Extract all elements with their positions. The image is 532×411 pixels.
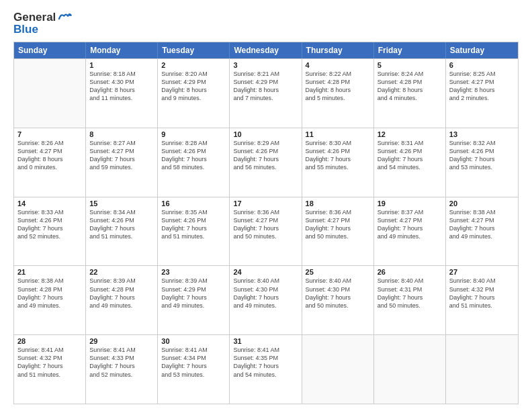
day-info: Sunrise: 8:37 AM Sunset: 4:27 PM Dayligh… bbox=[378, 208, 442, 241]
day-info: Sunrise: 8:28 AM Sunset: 4:26 PM Dayligh… bbox=[161, 139, 226, 172]
header-day-tuesday: Tuesday bbox=[158, 42, 230, 58]
day-number: 6 bbox=[449, 61, 515, 69]
day-number: 19 bbox=[378, 199, 442, 208]
day-number: 7 bbox=[17, 130, 82, 138]
calendar-row-5: 28Sunrise: 8:41 AM Sunset: 4:32 PM Dayli… bbox=[14, 334, 518, 404]
day-info: Sunrise: 8:39 AM Sunset: 4:29 PM Dayligh… bbox=[161, 277, 226, 310]
day-info: Sunrise: 8:41 AM Sunset: 4:35 PM Dayligh… bbox=[233, 346, 298, 379]
calendar-cell: 19Sunrise: 8:37 AM Sunset: 4:27 PM Dayli… bbox=[374, 197, 446, 266]
day-info: Sunrise: 8:30 AM Sunset: 4:26 PM Dayligh… bbox=[306, 139, 370, 172]
calendar: SundayMondayTuesdayWednesdayThursdayFrid… bbox=[13, 42, 519, 404]
calendar-cell: 6Sunrise: 8:25 AM Sunset: 4:27 PM Daylig… bbox=[446, 59, 518, 128]
calendar-cell: 3Sunrise: 8:21 AM Sunset: 4:29 PM Daylig… bbox=[230, 59, 302, 128]
day-info: Sunrise: 8:40 AM Sunset: 4:31 PM Dayligh… bbox=[378, 277, 442, 310]
calendar-cell: 13Sunrise: 8:32 AM Sunset: 4:26 PM Dayli… bbox=[446, 128, 518, 197]
day-info: Sunrise: 8:33 AM Sunset: 4:26 PM Dayligh… bbox=[17, 208, 82, 241]
calendar-cell bbox=[14, 59, 86, 128]
calendar-row-2: 7Sunrise: 8:26 AM Sunset: 4:27 PM Daylig… bbox=[14, 128, 518, 197]
calendar-cell bbox=[302, 335, 374, 404]
day-number: 16 bbox=[161, 199, 226, 208]
calendar-cell: 1Sunrise: 8:18 AM Sunset: 4:30 PM Daylig… bbox=[86, 59, 158, 128]
day-info: Sunrise: 8:41 AM Sunset: 4:32 PM Dayligh… bbox=[17, 346, 82, 379]
day-info: Sunrise: 8:40 AM Sunset: 4:30 PM Dayligh… bbox=[233, 277, 298, 310]
calendar-body: 1Sunrise: 8:18 AM Sunset: 4:30 PM Daylig… bbox=[14, 58, 518, 404]
calendar-cell: 4Sunrise: 8:22 AM Sunset: 4:28 PM Daylig… bbox=[302, 59, 374, 128]
day-info: Sunrise: 8:34 AM Sunset: 4:26 PM Dayligh… bbox=[89, 208, 154, 241]
day-number: 29 bbox=[89, 337, 154, 345]
header: General Blue bbox=[13, 11, 519, 36]
day-number: 10 bbox=[233, 130, 298, 138]
day-info: Sunrise: 8:38 AM Sunset: 4:27 PM Dayligh… bbox=[449, 208, 515, 241]
day-number: 13 bbox=[449, 130, 515, 138]
day-info: Sunrise: 8:29 AM Sunset: 4:26 PM Dayligh… bbox=[233, 139, 298, 172]
day-info: Sunrise: 8:31 AM Sunset: 4:26 PM Dayligh… bbox=[378, 139, 442, 172]
header-day-saturday: Saturday bbox=[446, 42, 518, 58]
day-number: 28 bbox=[17, 337, 82, 345]
page: General Blue SundayMondayTuesdayWednesda… bbox=[0, 0, 532, 411]
day-number: 14 bbox=[17, 199, 82, 208]
day-info: Sunrise: 8:20 AM Sunset: 4:29 PM Dayligh… bbox=[161, 70, 226, 103]
calendar-cell: 23Sunrise: 8:39 AM Sunset: 4:29 PM Dayli… bbox=[158, 266, 230, 334]
calendar-cell: 9Sunrise: 8:28 AM Sunset: 4:26 PM Daylig… bbox=[158, 128, 230, 197]
day-number: 15 bbox=[89, 199, 154, 208]
calendar-cell: 2Sunrise: 8:20 AM Sunset: 4:29 PM Daylig… bbox=[158, 59, 230, 128]
day-info: Sunrise: 8:41 AM Sunset: 4:33 PM Dayligh… bbox=[89, 346, 154, 379]
day-number: 8 bbox=[89, 130, 154, 138]
day-info: Sunrise: 8:22 AM Sunset: 4:28 PM Dayligh… bbox=[306, 70, 370, 103]
day-info: Sunrise: 8:32 AM Sunset: 4:26 PM Dayligh… bbox=[449, 139, 515, 172]
calendar-cell: 14Sunrise: 8:33 AM Sunset: 4:26 PM Dayli… bbox=[14, 197, 86, 266]
logo-wave-icon bbox=[57, 11, 72, 24]
day-info: Sunrise: 8:24 AM Sunset: 4:28 PM Dayligh… bbox=[378, 70, 442, 103]
day-info: Sunrise: 8:36 AM Sunset: 4:27 PM Dayligh… bbox=[306, 208, 370, 241]
header-day-monday: Monday bbox=[86, 42, 158, 58]
day-info: Sunrise: 8:40 AM Sunset: 4:30 PM Dayligh… bbox=[306, 277, 370, 310]
calendar-cell: 12Sunrise: 8:31 AM Sunset: 4:26 PM Dayli… bbox=[374, 128, 446, 197]
day-number: 2 bbox=[161, 61, 226, 69]
day-number: 9 bbox=[161, 130, 226, 138]
day-number: 11 bbox=[306, 130, 370, 138]
header-day-thursday: Thursday bbox=[302, 42, 374, 58]
calendar-cell: 24Sunrise: 8:40 AM Sunset: 4:30 PM Dayli… bbox=[230, 266, 302, 334]
day-number: 22 bbox=[89, 268, 154, 276]
header-day-friday: Friday bbox=[374, 42, 446, 58]
calendar-cell: 26Sunrise: 8:40 AM Sunset: 4:31 PM Dayli… bbox=[374, 266, 446, 334]
calendar-cell: 30Sunrise: 8:41 AM Sunset: 4:34 PM Dayli… bbox=[158, 335, 230, 404]
day-info: Sunrise: 8:41 AM Sunset: 4:34 PM Dayligh… bbox=[161, 346, 226, 379]
calendar-row-4: 21Sunrise: 8:38 AM Sunset: 4:28 PM Dayli… bbox=[14, 265, 518, 334]
day-info: Sunrise: 8:38 AM Sunset: 4:28 PM Dayligh… bbox=[17, 277, 82, 310]
header-day-sunday: Sunday bbox=[14, 42, 86, 58]
calendar-row-3: 14Sunrise: 8:33 AM Sunset: 4:26 PM Dayli… bbox=[14, 197, 518, 266]
day-info: Sunrise: 8:21 AM Sunset: 4:29 PM Dayligh… bbox=[233, 70, 298, 103]
day-number: 24 bbox=[233, 268, 298, 276]
calendar-cell: 5Sunrise: 8:24 AM Sunset: 4:28 PM Daylig… bbox=[374, 59, 446, 128]
header-day-wednesday: Wednesday bbox=[230, 42, 302, 58]
logo: General Blue bbox=[13, 11, 72, 36]
day-number: 3 bbox=[233, 61, 298, 69]
calendar-cell bbox=[446, 335, 518, 404]
calendar-row-1: 1Sunrise: 8:18 AM Sunset: 4:30 PM Daylig… bbox=[14, 58, 518, 128]
day-info: Sunrise: 8:25 AM Sunset: 4:27 PM Dayligh… bbox=[449, 70, 515, 103]
day-number: 18 bbox=[306, 199, 370, 208]
day-number: 4 bbox=[306, 61, 370, 69]
calendar-cell: 17Sunrise: 8:36 AM Sunset: 4:27 PM Dayli… bbox=[230, 197, 302, 266]
calendar-cell: 15Sunrise: 8:34 AM Sunset: 4:26 PM Dayli… bbox=[86, 197, 158, 266]
day-info: Sunrise: 8:18 AM Sunset: 4:30 PM Dayligh… bbox=[89, 70, 154, 103]
calendar-cell: 29Sunrise: 8:41 AM Sunset: 4:33 PM Dayli… bbox=[86, 335, 158, 404]
day-info: Sunrise: 8:26 AM Sunset: 4:27 PM Dayligh… bbox=[17, 139, 82, 172]
day-number: 21 bbox=[17, 268, 82, 276]
calendar-cell: 18Sunrise: 8:36 AM Sunset: 4:27 PM Dayli… bbox=[302, 197, 374, 266]
day-info: Sunrise: 8:39 AM Sunset: 4:28 PM Dayligh… bbox=[89, 277, 154, 310]
calendar-cell: 27Sunrise: 8:40 AM Sunset: 4:32 PM Dayli… bbox=[446, 266, 518, 334]
day-number: 26 bbox=[378, 268, 442, 276]
day-info: Sunrise: 8:35 AM Sunset: 4:26 PM Dayligh… bbox=[161, 208, 226, 241]
calendar-cell: 16Sunrise: 8:35 AM Sunset: 4:26 PM Dayli… bbox=[158, 197, 230, 266]
day-number: 30 bbox=[161, 337, 226, 345]
day-number: 23 bbox=[161, 268, 226, 276]
calendar-cell: 20Sunrise: 8:38 AM Sunset: 4:27 PM Dayli… bbox=[446, 197, 518, 266]
day-info: Sunrise: 8:36 AM Sunset: 4:27 PM Dayligh… bbox=[233, 208, 298, 241]
calendar-cell: 31Sunrise: 8:41 AM Sunset: 4:35 PM Dayli… bbox=[230, 335, 302, 404]
calendar-header-row: SundayMondayTuesdayWednesdayThursdayFrid… bbox=[14, 42, 518, 58]
day-number: 17 bbox=[233, 199, 298, 208]
calendar-cell: 22Sunrise: 8:39 AM Sunset: 4:28 PM Dayli… bbox=[86, 266, 158, 334]
calendar-cell: 10Sunrise: 8:29 AM Sunset: 4:26 PM Dayli… bbox=[230, 128, 302, 197]
